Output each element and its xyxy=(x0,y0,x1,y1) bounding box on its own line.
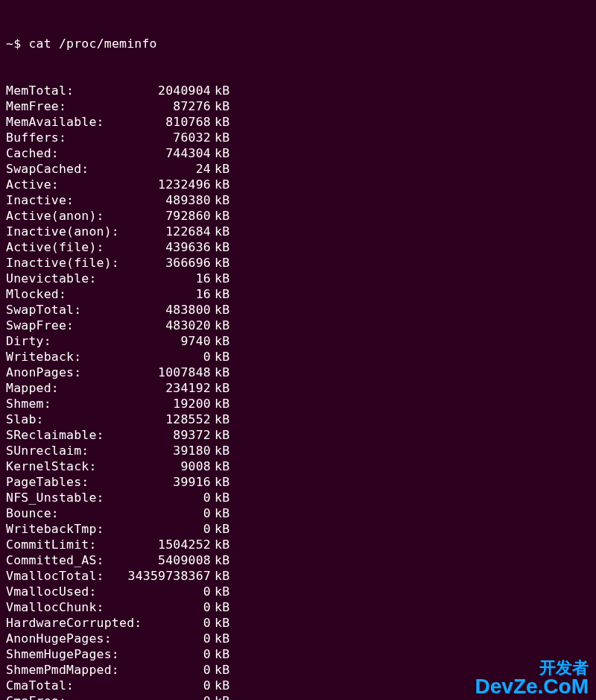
meminfo-row: Writeback:0kB xyxy=(6,349,590,365)
meminfo-label: MemAvailable: xyxy=(6,114,125,130)
meminfo-row: Cached:744304kB xyxy=(6,145,590,161)
meminfo-label: Dirty: xyxy=(6,333,125,349)
meminfo-label: MemTotal: xyxy=(6,83,125,98)
command-line: ~$ cat /proc/meminfo xyxy=(6,36,590,51)
meminfo-row: SwapCached:24kB xyxy=(6,161,590,177)
shell-prompt: ~$ xyxy=(6,37,21,51)
meminfo-unit: kB xyxy=(211,177,229,192)
meminfo-value: 0 xyxy=(125,584,211,599)
meminfo-label: CommitLimit: xyxy=(6,537,125,552)
meminfo-value: 5409008 xyxy=(125,552,211,568)
meminfo-unit: kB xyxy=(211,412,229,427)
meminfo-unit: kB xyxy=(211,333,229,349)
meminfo-value: 439636 xyxy=(125,239,211,255)
meminfo-label: SwapFree: xyxy=(6,318,125,333)
meminfo-row: Inactive(anon):122684kB xyxy=(6,224,590,239)
meminfo-value: 366696 xyxy=(125,255,211,271)
meminfo-label: Active: xyxy=(6,177,125,192)
meminfo-value: 0 xyxy=(125,599,211,615)
meminfo-label: VmallocUsed: xyxy=(6,584,125,599)
meminfo-label: Shmem: xyxy=(6,396,125,412)
meminfo-row: CommitLimit:1504252kB xyxy=(6,537,590,552)
meminfo-unit: kB xyxy=(211,662,229,678)
meminfo-label: HardwareCorrupted: xyxy=(6,615,125,631)
meminfo-unit: kB xyxy=(211,458,229,474)
meminfo-label: KernelStack: xyxy=(6,458,125,474)
meminfo-unit: kB xyxy=(211,98,229,114)
meminfo-value: 24 xyxy=(125,161,211,177)
meminfo-row: Slab:128552kB xyxy=(6,412,590,427)
meminfo-unit: kB xyxy=(211,537,229,552)
meminfo-label: VmallocTotal: xyxy=(6,568,125,584)
meminfo-value: 9008 xyxy=(125,458,211,474)
meminfo-label: ShmemPmdMapped: xyxy=(6,662,125,678)
meminfo-row: HardwareCorrupted:0kB xyxy=(6,615,590,631)
meminfo-row: NFS_Unstable:0kB xyxy=(6,490,590,505)
meminfo-row: VmallocChunk:0kB xyxy=(6,599,590,615)
meminfo-label: Active(file): xyxy=(6,239,125,255)
meminfo-unit: kB xyxy=(211,318,229,333)
meminfo-row: VmallocUsed:0kB xyxy=(6,584,590,599)
meminfo-value: 34359738367 xyxy=(125,568,211,584)
meminfo-unit: kB xyxy=(211,474,229,490)
meminfo-row: ShmemPmdMapped:0kB xyxy=(6,662,590,678)
meminfo-label: SUnreclaim: xyxy=(6,443,125,458)
meminfo-label: Mlocked: xyxy=(6,286,125,302)
meminfo-unit: kB xyxy=(211,224,229,239)
meminfo-label: Inactive(anon): xyxy=(6,224,125,239)
meminfo-label: CmaFree: xyxy=(6,693,125,700)
meminfo-value: 489380 xyxy=(125,192,211,208)
meminfo-unit: kB xyxy=(211,678,229,693)
meminfo-row: Buffers:76032kB xyxy=(6,130,590,145)
meminfo-unit: kB xyxy=(211,443,229,458)
meminfo-unit: kB xyxy=(211,568,229,584)
meminfo-row: Dirty:9740kB xyxy=(6,333,590,349)
terminal-window[interactable]: ~$ cat /proc/meminfo MemTotal:2040904kBM… xyxy=(0,0,596,700)
meminfo-row: CmaFree:0kB xyxy=(6,693,590,700)
meminfo-unit: kB xyxy=(211,505,229,521)
meminfo-value: 87276 xyxy=(125,98,211,114)
meminfo-row: AnonPages:1007848kB xyxy=(6,365,590,380)
meminfo-value: 16 xyxy=(125,271,211,286)
meminfo-unit: kB xyxy=(211,693,229,700)
meminfo-row: Mapped:234192kB xyxy=(6,380,590,396)
meminfo-value: 0 xyxy=(125,505,211,521)
meminfo-value: 0 xyxy=(125,490,211,505)
meminfo-unit: kB xyxy=(211,380,229,396)
meminfo-value: 122684 xyxy=(125,224,211,239)
meminfo-row: Active:1232496kB xyxy=(6,177,590,192)
meminfo-row: MemTotal:2040904kB xyxy=(6,83,590,98)
meminfo-value: 483020 xyxy=(125,318,211,333)
meminfo-value: 0 xyxy=(125,349,211,365)
meminfo-row: Active(anon):792860kB xyxy=(6,208,590,224)
meminfo-row: AnonHugePages:0kB xyxy=(6,631,590,646)
meminfo-label: Unevictable: xyxy=(6,271,125,286)
meminfo-row: PageTables:39916kB xyxy=(6,474,590,490)
meminfo-label: MemFree: xyxy=(6,98,125,114)
meminfo-row: Inactive(file):366696kB xyxy=(6,255,590,271)
meminfo-row: Committed_AS:5409008kB xyxy=(6,552,590,568)
meminfo-label: Cached: xyxy=(6,145,125,161)
meminfo-value: 9740 xyxy=(125,333,211,349)
meminfo-value: 39916 xyxy=(125,474,211,490)
meminfo-value: 0 xyxy=(125,662,211,678)
meminfo-unit: kB xyxy=(211,365,229,380)
meminfo-row: MemAvailable:810768kB xyxy=(6,114,590,130)
meminfo-label: Active(anon): xyxy=(6,208,125,224)
meminfo-label: AnonPages: xyxy=(6,365,125,380)
meminfo-unit: kB xyxy=(211,490,229,505)
meminfo-value: 744304 xyxy=(125,145,211,161)
meminfo-value: 0 xyxy=(125,631,211,646)
meminfo-row: ShmemHugePages:0kB xyxy=(6,646,590,662)
meminfo-value: 234192 xyxy=(125,380,211,396)
meminfo-unit: kB xyxy=(211,302,229,318)
meminfo-unit: kB xyxy=(211,631,229,646)
meminfo-value: 792860 xyxy=(125,208,211,224)
meminfo-unit: kB xyxy=(211,239,229,255)
meminfo-row: Unevictable:16kB xyxy=(6,271,590,286)
meminfo-label: Mapped: xyxy=(6,380,125,396)
meminfo-value: 0 xyxy=(125,615,211,631)
meminfo-value: 2040904 xyxy=(125,83,211,98)
meminfo-unit: kB xyxy=(211,130,229,145)
meminfo-label: Buffers: xyxy=(6,130,125,145)
